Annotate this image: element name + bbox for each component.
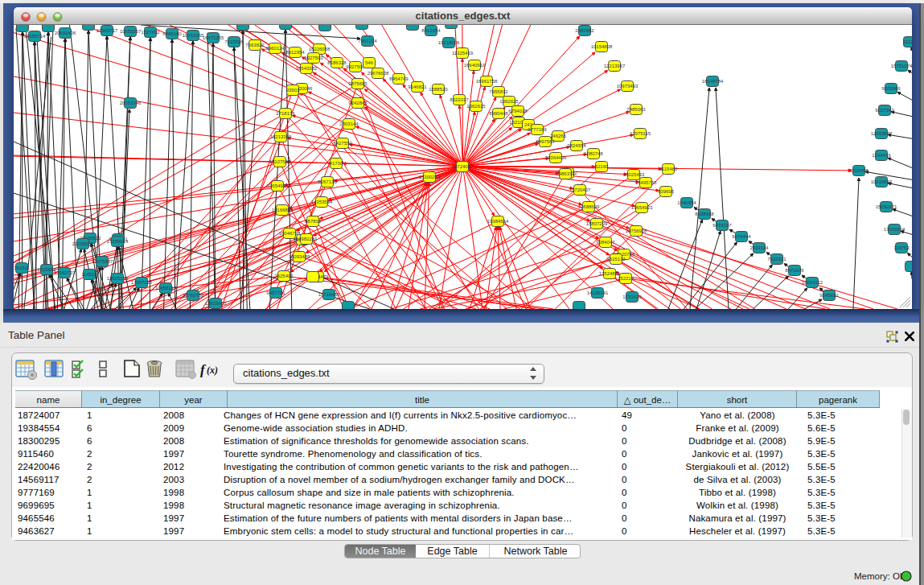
svg-text:6479197: 6479197: [713, 223, 732, 228]
svg-text:546: 546: [365, 60, 374, 65]
svg-text:20364436: 20364436: [545, 155, 567, 160]
svg-text:10719155: 10719155: [183, 33, 204, 38]
svg-text:15716485: 15716485: [318, 292, 340, 297]
svg-text:9084047: 9084047: [596, 240, 615, 245]
svg-text:10653267: 10653267: [120, 29, 142, 34]
svg-text:19166825: 19166825: [272, 208, 294, 212]
svg-text:6466160: 6466160: [162, 31, 182, 36]
svg-text:20206551: 20206551: [72, 241, 94, 246]
svg-text:16640910: 16640910: [464, 63, 486, 68]
svg-text:3824554: 3824554: [567, 143, 586, 148]
svg-text:8813054: 8813054: [421, 28, 441, 33]
svg-text:7955812: 7955812: [489, 89, 508, 94]
svg-text:8912954: 8912954: [285, 50, 305, 55]
svg-text:16543382: 16543382: [296, 66, 318, 71]
svg-text:7515526: 7515526: [224, 39, 244, 44]
svg-text:2803144: 2803144: [339, 122, 359, 126]
svg-text:12923405: 12923405: [205, 301, 227, 306]
svg-text:9115460: 9115460: [659, 167, 679, 171]
svg-text:2933114: 2933114: [750, 245, 770, 250]
svg-text:8427552: 8427552: [333, 141, 352, 146]
svg-text:116753: 116753: [893, 245, 910, 250]
svg-text:9329966: 9329966: [881, 86, 901, 91]
svg-text:16782759: 16782759: [183, 293, 204, 298]
svg-text:8267130: 8267130: [318, 179, 337, 184]
svg-text:391511: 391511: [14, 266, 30, 270]
svg-text:9474444: 9474444: [732, 234, 751, 239]
svg-text:9227342: 9227342: [875, 108, 894, 113]
svg-text:9245612: 9245612: [819, 293, 839, 298]
svg-text:12505135: 12505135: [107, 276, 129, 281]
svg-text:10210643: 10210643: [871, 179, 893, 184]
svg-text:1362615: 1362615: [466, 104, 486, 109]
svg-text:7632621: 7632621: [767, 257, 786, 262]
svg-text:2687682: 2687682: [575, 28, 594, 33]
svg-text:15692971: 15692971: [876, 204, 897, 209]
svg-text:16671355: 16671355: [203, 35, 224, 40]
svg-text:19384554: 19384554: [487, 219, 509, 224]
svg-text:41700: 41700: [330, 161, 343, 166]
svg-text:f: f: [200, 362, 207, 377]
svg-text:10025433: 10025433: [623, 172, 645, 177]
svg-text:7357224: 7357224: [358, 39, 377, 43]
svg-text:14136141: 14136141: [587, 290, 609, 295]
svg-text:14055714: 14055714: [24, 34, 46, 39]
svg-text:2718176: 2718176: [276, 111, 295, 116]
svg-text:9457791: 9457791: [266, 290, 285, 295]
svg-text:11124: 11124: [903, 39, 912, 44]
svg-text:17016504: 17016504: [884, 227, 906, 232]
svg-text:19654923: 19654923: [631, 205, 653, 210]
svg-text:8454749: 8454749: [389, 76, 409, 81]
svg-text:8960124: 8960124: [265, 46, 285, 51]
svg-text:29676608: 29676608: [368, 71, 389, 76]
svg-text:587833: 587833: [305, 219, 322, 224]
svg-text:7485063: 7485063: [626, 107, 646, 112]
svg-text:7663822: 7663822: [245, 43, 265, 47]
svg-text:16495758: 16495758: [635, 180, 657, 185]
svg-text:1640954: 1640954: [677, 200, 696, 205]
svg-text:9242845: 9242845: [348, 101, 368, 105]
svg-text:10654112: 10654112: [802, 280, 823, 285]
svg-text:16961758: 16961758: [476, 79, 498, 84]
svg-text:18724007: 18724007: [452, 164, 474, 169]
svg-text:(x): (x): [207, 365, 218, 376]
svg-text:10963717: 10963717: [97, 28, 118, 33]
svg-text:12093877: 12093877: [871, 131, 893, 136]
svg-text:1733426: 1733426: [622, 295, 642, 299]
svg-text:6497568: 6497568: [536, 139, 555, 144]
svg-text:114519: 114519: [81, 272, 97, 277]
svg-text:1615132: 1615132: [606, 257, 626, 262]
svg-text:3215958: 3215958: [849, 168, 869, 173]
svg-text:8471676: 8471676: [785, 268, 804, 273]
svg-text:10154808: 10154808: [591, 44, 613, 49]
svg-text:20053346: 20053346: [120, 101, 142, 105]
svg-text:8322017: 8322017: [450, 97, 469, 102]
svg-text:15720407: 15720407: [569, 187, 591, 192]
svg-text:16093489: 16093489: [289, 254, 310, 259]
svg-text:12975115: 12975115: [630, 131, 651, 136]
svg-text:9327503: 9327503: [304, 56, 323, 60]
svg-text:18107563: 18107563: [269, 159, 291, 164]
svg-text:3875685: 3875685: [348, 81, 368, 86]
svg-text:1080748: 1080748: [584, 151, 603, 156]
svg-text:12942737: 12942737: [54, 270, 76, 275]
svg-text:16648784: 16648784: [702, 79, 724, 84]
svg-text:17957225: 17957225: [131, 280, 153, 285]
svg-text:8186328: 8186328: [327, 60, 347, 65]
svg-text:8938918: 8938918: [695, 212, 714, 216]
svg-text:15300293: 15300293: [419, 175, 441, 179]
svg-text:19218506: 19218506: [438, 40, 460, 45]
svg-text:9777169: 9777169: [528, 127, 547, 132]
svg-text:14353594: 14353594: [311, 200, 333, 204]
svg-text:6794028: 6794028: [508, 109, 528, 113]
svg-text:252214: 252214: [618, 276, 634, 281]
svg-text:14982221: 14982221: [296, 237, 318, 241]
svg-text:2986372: 2986372: [556, 171, 575, 176]
svg-text:9327508: 9327508: [346, 64, 365, 69]
svg-text:9146821: 9146821: [408, 84, 427, 89]
svg-text:62160: 62160: [595, 164, 609, 169]
svg-text:11325419: 11325419: [452, 51, 474, 56]
svg-text:18226058: 18226058: [309, 47, 331, 51]
svg-text:1244419: 1244419: [872, 153, 891, 158]
svg-text:19654935: 19654935: [267, 183, 289, 188]
